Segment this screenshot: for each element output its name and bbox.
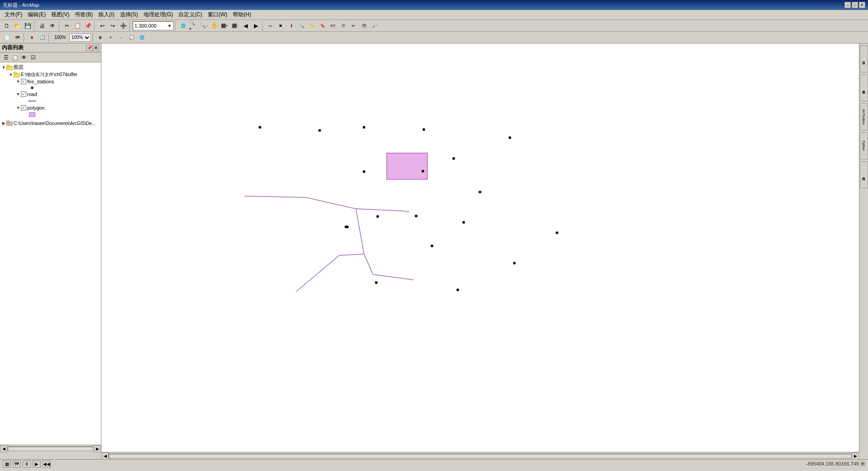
road-checkbox[interactable]: [21, 91, 26, 97]
toc-scrollbar[interactable]: ◀ ▶: [0, 445, 101, 452]
buffer-expand-icon[interactable]: ▼: [8, 72, 14, 77]
fit-page-btn[interactable]: 🖥: [96, 33, 106, 43]
scale-dropdown-icon[interactable]: ▼: [168, 24, 172, 28]
measure-button[interactable]: 📏: [307, 21, 317, 31]
clear-selection[interactable]: ✖: [276, 21, 286, 31]
menu-view[interactable]: 视图(V): [48, 10, 72, 19]
layers-expand-icon[interactable]: ▼: [1, 65, 6, 70]
menu-insert[interactable]: 插入(I): [96, 10, 117, 19]
print-button[interactable]: 🖨: [37, 21, 47, 31]
menu-edit[interactable]: 编辑(E): [25, 10, 48, 19]
rs-arcmap-btn[interactable]: ArcToolbox: [860, 103, 868, 130]
polygon-expand[interactable]: ▼: [15, 105, 21, 111]
toc-source-view[interactable]: 📋: [11, 53, 19, 62]
editor-button[interactable]: ✏: [349, 21, 359, 31]
pause-view-btn[interactable]: ⏸: [23, 461, 31, 468]
h-scrollbar-track[interactable]: [8, 447, 93, 451]
map-hscrollbar[interactable]: ◀ ▶: [101, 452, 859, 459]
rs-results-btn[interactable]: 结果: [860, 161, 868, 188]
road-expand[interactable]: ▼: [15, 91, 21, 97]
polygon-checkbox[interactable]: [21, 105, 26, 111]
fire-stations-expand[interactable]: ▼: [15, 79, 21, 84]
toc-header-buttons: 📌 ✕: [86, 45, 99, 51]
fire-stations-symbol: [28, 85, 36, 91]
gdb-expand-icon[interactable]: ▶: [1, 120, 6, 126]
main-area: 内容列表 📌 ✕ ☰ 📋 👁 ☑ ▼ 图层: [0, 43, 868, 452]
copy-button[interactable]: 📋: [72, 21, 82, 31]
zoom-out-page[interactable]: -: [116, 33, 126, 43]
add-bookmark[interactable]: 🔖: [317, 21, 327, 31]
minimize-button[interactable]: ─: [844, 2, 851, 8]
layer-polygon[interactable]: ▼ polygon: [15, 105, 100, 111]
layout-view-btn[interactable]: ▦: [3, 461, 11, 468]
forward-view-btn[interactable]: ▶: [33, 461, 41, 468]
map-scroll-left[interactable]: ◀: [101, 452, 109, 460]
map-panel[interactable]: [101, 43, 859, 452]
scroll-left-btn[interactable]: ◀: [0, 445, 7, 452]
close-button[interactable]: ✕: [859, 2, 865, 8]
paste-button[interactable]: 📌: [83, 21, 93, 31]
menu-select[interactable]: 选择(S): [117, 10, 141, 19]
open-button[interactable]: 📂: [12, 21, 22, 31]
arcgis-online[interactable]: 🌐: [137, 33, 147, 43]
zoom-in-button[interactable]: 🔍+: [188, 21, 198, 31]
go-to-xy[interactable]: XY: [328, 21, 338, 31]
scroll-right-btn[interactable]: ▶: [94, 445, 101, 452]
catalog-button[interactable]: 📚: [359, 21, 369, 31]
maximize-button[interactable]: □: [852, 2, 858, 8]
forward-extent[interactable]: ▶: [251, 21, 261, 31]
map-scroll-right[interactable]: ▶: [852, 452, 859, 460]
default-geodatabase[interactable]: ▶ C:\Users\hasee\Documents\ArcGIS\De...: [1, 120, 100, 126]
menu-windows[interactable]: 窗口(W): [205, 10, 230, 19]
fire-stations-checkbox[interactable]: [21, 79, 26, 84]
layer-road[interactable]: ▼ road: [15, 91, 100, 97]
data-view-btn-status[interactable]: 🗺: [13, 461, 21, 468]
zoom-out-button[interactable]: 🔍-: [199, 21, 209, 31]
fixed-zoom-out[interactable]: ⬛-: [230, 21, 240, 31]
menu-help[interactable]: 帮助(H): [230, 10, 254, 19]
search-button[interactable]: 🔎: [369, 21, 379, 31]
new-button[interactable]: 🗋: [2, 21, 12, 31]
rs-catalog-btn[interactable]: 目录: [860, 45, 868, 72]
redo-button[interactable]: ↪: [108, 21, 118, 31]
layers-root[interactable]: ▼ 图层: [1, 63, 100, 71]
menu-geoprocessing[interactable]: 地理处理(G): [141, 10, 176, 19]
identify-button[interactable]: ℹ: [286, 21, 296, 31]
rs-search-btn[interactable]: 搜索: [860, 74, 868, 101]
select-features[interactable]: ▭: [265, 21, 275, 31]
zoom-select[interactable]: 100% 75% 50% 150% 200%: [69, 34, 91, 42]
menu-file[interactable]: 文件(F): [2, 10, 25, 19]
data-view-btn[interactable]: 🗺: [12, 33, 22, 43]
map-tips-btn[interactable]: 💬: [127, 33, 137, 43]
layer-fire-stations[interactable]: ▼ fire_stations: [15, 78, 100, 85]
map-layout-btn[interactable]: 📄: [2, 33, 12, 43]
pause-drawing[interactable]: ⏸: [27, 33, 37, 43]
toc-panel: 内容列表 📌 ✕ ☰ 📋 👁 ☑ ▼ 图层: [0, 43, 101, 452]
back-extent[interactable]: ◀: [240, 21, 250, 31]
scale-input[interactable]: 1:300,000 ▼: [133, 21, 173, 30]
toc-list-view[interactable]: ☰: [2, 53, 10, 62]
menu-bookmarks[interactable]: 书签(B): [72, 10, 96, 19]
rs-python-btn[interactable]: Python: [860, 132, 868, 159]
toc-pin-button[interactable]: 📌: [86, 45, 92, 51]
time-slider[interactable]: ⏱: [338, 21, 348, 31]
print-preview-button[interactable]: 👁: [48, 21, 58, 31]
toc-visibility-view[interactable]: 👁: [20, 53, 28, 62]
add-data-button[interactable]: ➕: [118, 21, 128, 31]
backward-view-btn[interactable]: ◀◀: [43, 461, 51, 468]
fixed-zoom-in[interactable]: ⬛+: [220, 21, 230, 31]
pan-button[interactable]: ✋: [209, 21, 219, 31]
save-button[interactable]: 💾: [23, 21, 33, 31]
full-extent-button[interactable]: 🌐: [178, 21, 188, 31]
map-hscroll-track[interactable]: [109, 454, 852, 458]
find-button[interactable]: 🔍: [297, 21, 307, 31]
menu-customize[interactable]: 自定义(C): [176, 10, 205, 19]
refresh-btn[interactable]: 🔄: [37, 33, 47, 43]
buffer-group[interactable]: ▼ E:\地信实习文件\ch07\buffer: [8, 71, 100, 78]
zoom-in-page[interactable]: +: [106, 33, 116, 43]
undo-button[interactable]: ↩: [97, 21, 107, 31]
toc-close-button[interactable]: ✕: [93, 45, 99, 51]
road-label: road: [26, 91, 37, 97]
toc-selection-view[interactable]: ☑: [29, 53, 37, 62]
cut-button[interactable]: ✂: [62, 21, 72, 31]
